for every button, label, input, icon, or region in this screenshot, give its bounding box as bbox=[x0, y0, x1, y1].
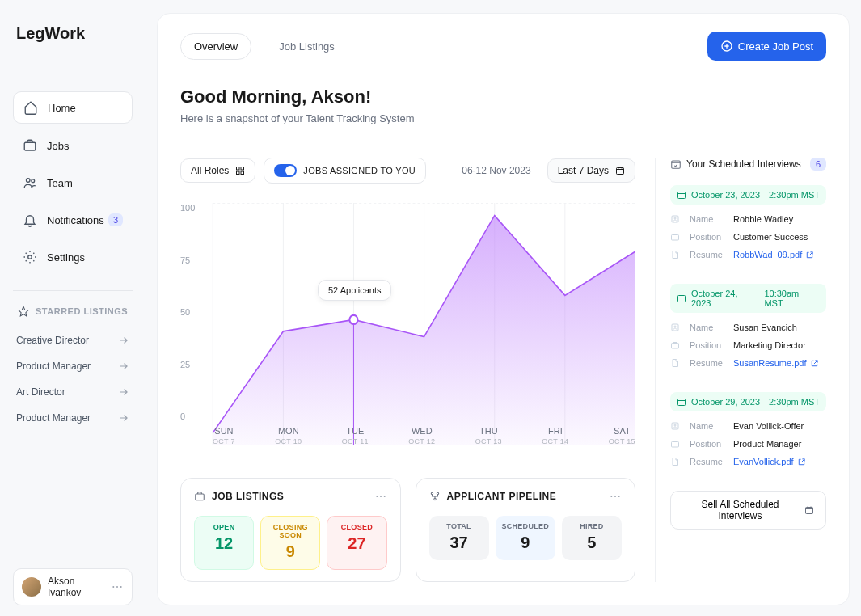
external-link-icon bbox=[810, 359, 819, 368]
svg-point-30 bbox=[610, 496, 612, 497]
nav-team[interactable]: Team bbox=[13, 167, 133, 198]
svg-point-28 bbox=[437, 492, 438, 494]
user-icon bbox=[670, 323, 682, 332]
svg-rect-37 bbox=[672, 235, 679, 241]
nav-label: Settings bbox=[47, 251, 85, 264]
nav-label: Team bbox=[47, 177, 73, 189]
logo: LegWork bbox=[13, 24, 133, 43]
arrow-right-icon bbox=[118, 386, 129, 398]
stat-closing-soon[interactable]: CLOSING SOON 9 bbox=[260, 516, 320, 570]
plus-circle-icon bbox=[720, 40, 733, 53]
interview-item: October 24, 2023 10:30am MST NameSusan E… bbox=[670, 284, 826, 368]
svg-point-3 bbox=[28, 255, 32, 259]
document-icon bbox=[670, 358, 682, 368]
interview-date-row[interactable]: October 23, 2023 2:30pm MST bbox=[670, 185, 826, 205]
svg-point-36 bbox=[674, 217, 676, 219]
resume-link[interactable]: SusanResume.pdf bbox=[733, 358, 819, 368]
interview-item: October 29, 2023 2:30pm MST NameEvan Vol… bbox=[670, 392, 826, 466]
svg-point-22 bbox=[349, 315, 357, 324]
svg-rect-41 bbox=[672, 344, 679, 349]
svg-point-26 bbox=[383, 496, 385, 497]
all-roles-filter[interactable]: All Roles bbox=[180, 158, 255, 183]
stat-scheduled[interactable]: SCHEDULED 9 bbox=[496, 516, 555, 560]
svg-rect-8 bbox=[237, 167, 240, 171]
gear-icon bbox=[23, 250, 37, 264]
interview-date-row[interactable]: October 24, 2023 10:30am MST bbox=[670, 284, 826, 313]
home-icon bbox=[23, 100, 38, 115]
document-icon bbox=[670, 457, 682, 466]
svg-rect-10 bbox=[237, 171, 240, 175]
svg-rect-12 bbox=[617, 168, 624, 175]
calendar-check-icon bbox=[670, 158, 682, 170]
applicants-chart: 100 75 50 25 0 bbox=[180, 203, 635, 445]
nav-settings[interactable]: Settings bbox=[13, 242, 133, 272]
svg-rect-9 bbox=[241, 167, 244, 171]
topbar: Overview Job Listings Create Job Post bbox=[180, 32, 826, 61]
external-link-icon bbox=[805, 251, 814, 259]
calendar-icon bbox=[804, 505, 814, 515]
svg-point-27 bbox=[431, 492, 433, 494]
svg-rect-11 bbox=[241, 171, 244, 175]
nav-jobs[interactable]: Jobs bbox=[13, 130, 133, 161]
more-icon[interactable] bbox=[111, 580, 124, 593]
panel: Overview Job Listings Create Job Post Go… bbox=[157, 13, 850, 605]
date-range-picker[interactable]: Last 7 Days bbox=[547, 158, 635, 183]
nav-label: Home bbox=[48, 102, 76, 114]
svg-rect-38 bbox=[678, 296, 686, 302]
svg-point-24 bbox=[376, 496, 378, 497]
stat-total[interactable]: TOTAL 37 bbox=[429, 516, 489, 560]
y-axis: 100 75 50 25 0 bbox=[180, 203, 195, 421]
interviews-panel: Your Scheduled Interviews 6 October 23, … bbox=[655, 158, 826, 582]
starred-creative-director[interactable]: Creative Director bbox=[13, 330, 133, 351]
nav-notifications[interactable]: Notifications 3 bbox=[13, 205, 133, 235]
jobs-assigned-toggle[interactable]: JOBS ASSIGNED TO YOU bbox=[264, 158, 426, 184]
svg-point-2 bbox=[32, 179, 35, 183]
svg-rect-23 bbox=[196, 494, 205, 500]
svg-point-25 bbox=[380, 496, 382, 497]
starred-art-director[interactable]: Art Director bbox=[13, 382, 133, 403]
svg-rect-45 bbox=[672, 442, 679, 448]
create-job-post-button[interactable]: Create Job Post bbox=[707, 32, 826, 61]
external-link-icon bbox=[797, 458, 806, 466]
notification-badge: 3 bbox=[108, 213, 123, 226]
interview-date-row[interactable]: October 29, 2023 2:30pm MST bbox=[670, 392, 826, 411]
main: Overview Job Listings Create Job Post Go… bbox=[146, 0, 861, 616]
svg-point-4 bbox=[112, 586, 114, 588]
nav-home[interactable]: Home bbox=[13, 91, 133, 124]
svg-rect-0 bbox=[24, 142, 36, 150]
more-icon[interactable] bbox=[609, 490, 622, 503]
svg-rect-46 bbox=[806, 508, 813, 514]
stat-closed[interactable]: CLOSED 27 bbox=[327, 516, 386, 570]
tab-job-listings[interactable]: Job Listings bbox=[266, 34, 348, 59]
stat-hired[interactable]: HIRED 5 bbox=[562, 516, 622, 560]
toggle-switch[interactable] bbox=[274, 164, 297, 177]
more-icon[interactable] bbox=[374, 490, 387, 503]
chart-svg bbox=[180, 203, 635, 445]
stat-open[interactable]: OPEN 12 bbox=[194, 516, 254, 570]
user-icon bbox=[670, 421, 682, 431]
tabs: Overview Job Listings bbox=[180, 33, 348, 60]
divider bbox=[180, 141, 826, 141]
sell-all-interviews-button[interactable]: Sell All Scheduled Interviews bbox=[670, 491, 826, 530]
svg-point-29 bbox=[433, 498, 435, 500]
divider bbox=[13, 290, 133, 291]
svg-rect-34 bbox=[678, 192, 686, 199]
interviews-count-badge: 6 bbox=[810, 158, 826, 171]
arrow-right-icon bbox=[118, 335, 129, 346]
x-axis: SUNOCT 7 MONOCT 10 TUEOCT 11 WEDOCT 12 T… bbox=[213, 426, 635, 445]
nav-label: Notifications bbox=[47, 214, 104, 226]
resume-link[interactable]: RobbWad_09.pdf bbox=[733, 250, 814, 259]
starred-product-manager-2[interactable]: Product Manager bbox=[13, 407, 133, 428]
svg-point-1 bbox=[27, 179, 31, 183]
resume-link[interactable]: EvanVollick.pdf bbox=[733, 457, 806, 466]
user-card[interactable]: Akson Ivankov bbox=[13, 568, 133, 605]
user-name: Akson Ivankov bbox=[48, 576, 111, 598]
briefcase-icon bbox=[670, 232, 682, 242]
pipeline-icon bbox=[429, 491, 441, 502]
starred-product-manager[interactable]: Product Manager bbox=[13, 356, 133, 377]
bell-icon bbox=[23, 213, 37, 227]
svg-point-40 bbox=[674, 326, 676, 327]
tab-overview[interactable]: Overview bbox=[180, 33, 251, 60]
sidebar: LegWork Home Jobs Team Notifications 3 bbox=[0, 0, 146, 616]
briefcase-icon bbox=[23, 138, 37, 153]
